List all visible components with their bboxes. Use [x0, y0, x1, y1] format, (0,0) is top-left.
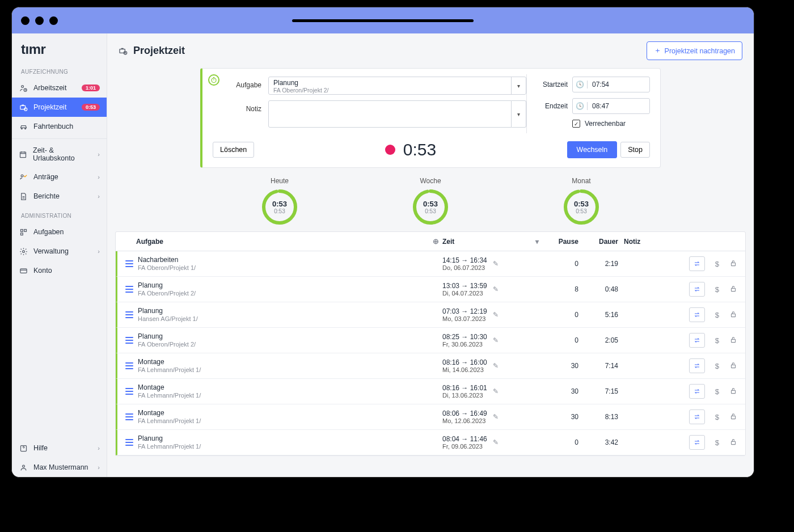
task-select[interactable]: Planung FA Oberon/Projekt 2/ ▾ [268, 77, 526, 95]
startzeit-input[interactable]: 🕓 07:54 [572, 77, 650, 92]
table-row[interactable]: Montage FA Lehmann/Projekt 1/ ⊕ 08:06 → … [116, 404, 745, 430]
sidebar-item-user[interactable]: Max Mustermann › [12, 458, 107, 477]
unlock-icon[interactable] [729, 259, 737, 269]
sidebar-item-berichte[interactable]: Berichte › [12, 187, 107, 206]
row-duration: 7:15 [578, 387, 618, 395]
row-task-path: FA Lehmann/Projekt 1/ [138, 443, 201, 450]
plus-icon: ＋ [654, 46, 661, 56]
table-row[interactable]: Nacharbeiten FA Oberon/Projekt 1/ ⊕ 14:1… [116, 251, 745, 277]
row-task-title: Montage [138, 358, 433, 366]
sidebar-item-verwaltung[interactable]: Verwaltung › [12, 242, 107, 261]
stop-button[interactable]: Stop [620, 142, 650, 158]
billable-icon[interactable]: $ [715, 362, 719, 370]
table-row[interactable]: Montage FA Lehmann/Projekt 1/ ⊕ 08:16 → … [116, 379, 745, 404]
pencil-icon[interactable]: ✎ [493, 362, 499, 370]
sidebar-item-aufgaben[interactable]: Aufgaben [12, 222, 107, 242]
col-notiz[interactable]: Notiz [618, 238, 658, 246]
sidebar-item-label: Zeit- & Urlaubskonto [33, 146, 92, 162]
endzeit-input[interactable]: 🕓 08:47 [572, 98, 650, 114]
pencil-icon[interactable]: ✎ [493, 336, 499, 344]
table-row[interactable]: Montage FA Lehmann/Projekt 1/ ⊕ 08:16 → … [116, 353, 745, 379]
swap-button[interactable] [689, 256, 705, 271]
pencil-icon[interactable]: ✎ [493, 260, 499, 268]
unlock-icon[interactable] [729, 361, 737, 371]
billable-icon[interactable]: $ [715, 260, 719, 268]
pencil-icon[interactable]: ✎ [493, 387, 499, 395]
row-task-title: Montage [138, 409, 433, 417]
swap-button[interactable] [689, 282, 705, 297]
col-dauer[interactable]: Dauer [578, 238, 618, 246]
sidebar-item-konto[interactable]: Konto [12, 261, 107, 280]
maximize-dot[interactable] [49, 16, 58, 25]
billable-icon[interactable]: $ [715, 387, 719, 396]
gear-icon [19, 247, 28, 256]
tracker-card: Aufgabe Planung FA Oberon/Projekt 2/ ▾ N… [200, 68, 661, 168]
swap-button[interactable] [689, 384, 705, 399]
unlock-icon[interactable] [729, 438, 737, 447]
drag-handle-icon[interactable] [125, 286, 133, 293]
drag-handle-icon[interactable] [125, 311, 133, 318]
swap-button[interactable] [689, 307, 705, 322]
col-zeit[interactable]: Zeit▾ [442, 238, 539, 246]
table-row[interactable]: Planung FA Oberon/Projekt 2/ ⊕ 13:03 → 1… [116, 277, 745, 302]
swap-button[interactable] [689, 358, 705, 373]
table-row[interactable]: Planung FA Oberon/Projekt 2/ ⊕ 08:25 → 1… [116, 328, 745, 353]
minimize-dot[interactable] [35, 16, 44, 25]
billable-icon[interactable]: $ [715, 336, 719, 345]
target-icon[interactable]: ⊕ [433, 237, 439, 246]
chevron-right-icon: › [98, 445, 100, 451]
add-projecttime-button[interactable]: ＋ Projektzeit nachtragen [647, 41, 742, 60]
billable-icon[interactable]: $ [715, 438, 719, 447]
swap-button[interactable] [689, 409, 705, 424]
drag-handle-icon[interactable] [125, 388, 133, 395]
drag-handle-icon[interactable] [125, 260, 133, 267]
verrechenbar-checkbox[interactable]: ✓ Verrechenbar [536, 120, 650, 128]
document-icon [19, 192, 28, 201]
notiz-input[interactable] [268, 100, 512, 128]
svg-rect-24 [732, 263, 736, 265]
pencil-icon[interactable]: ✎ [493, 285, 499, 293]
sidebar-item-hilfe[interactable]: Hilfe › [12, 438, 107, 458]
unlock-icon[interactable] [729, 387, 737, 396]
swap-button[interactable] [689, 435, 705, 450]
task-select-title: Planung [273, 79, 506, 87]
sidebar-item-projektzeit[interactable]: Projektzeit 0:53 [12, 98, 107, 117]
delete-button[interactable]: Löschen [213, 142, 254, 158]
row-duration: 3:42 [578, 438, 618, 446]
col-aufgabe[interactable]: Aufgabe [136, 238, 433, 246]
sidebar-item-fahrtenbuch[interactable]: Fahrtenbuch [12, 117, 107, 136]
summary-row: Heute 0:530:53 Woche 0:530:53 Monat [107, 177, 754, 226]
drag-handle-icon[interactable] [125, 362, 133, 369]
close-dot[interactable] [21, 16, 29, 25]
chevron-right-icon: › [98, 193, 100, 200]
drag-handle-icon[interactable] [125, 439, 133, 446]
sidebar-item-arbeitszeit[interactable]: Arbeitszeit 1:01 [12, 78, 107, 98]
checkbox-checked-icon: ✓ [572, 120, 580, 128]
swap-button[interactable] [689, 333, 705, 348]
row-task-path: Hansen AG/Projekt 1/ [138, 315, 198, 322]
row-duration: 2:19 [578, 260, 618, 268]
billable-icon[interactable]: $ [715, 285, 719, 294]
drag-handle-icon[interactable] [125, 413, 133, 420]
sidebar-item-antraege[interactable]: Anträge › [12, 167, 107, 187]
row-task-title: Planung [138, 434, 433, 442]
svg-rect-28 [732, 365, 736, 368]
sidebar-item-zeitkonto[interactable]: Zeit- & Urlaubskonto › [12, 141, 107, 167]
task-select-path: FA Oberon/Projekt 2/ [273, 87, 506, 94]
chevron-down-icon[interactable]: ▾ [512, 100, 526, 128]
pencil-icon[interactable]: ✎ [493, 311, 499, 319]
pencil-icon[interactable]: ✎ [493, 438, 499, 446]
unlock-icon[interactable] [729, 310, 737, 320]
billable-icon[interactable]: $ [715, 311, 719, 319]
pencil-icon[interactable]: ✎ [493, 413, 499, 421]
drag-handle-icon[interactable] [125, 337, 133, 344]
unlock-icon[interactable] [729, 285, 737, 294]
browser-window: tımr AUFZEICHNUNG Arbeitszeit 1:01 Proje… [11, 7, 754, 478]
table-row[interactable]: Planung FA Lehmann/Projekt 1/ ⊕ 08:04 → … [116, 430, 745, 455]
billable-icon[interactable]: $ [715, 413, 719, 421]
unlock-icon[interactable] [729, 336, 737, 345]
col-pause[interactable]: Pause [539, 238, 578, 246]
wechseln-button[interactable]: Wechseln [567, 141, 618, 158]
table-row[interactable]: Planung Hansen AG/Projekt 1/ ⊕ 07:03 → 1… [116, 302, 745, 328]
unlock-icon[interactable] [729, 412, 737, 422]
